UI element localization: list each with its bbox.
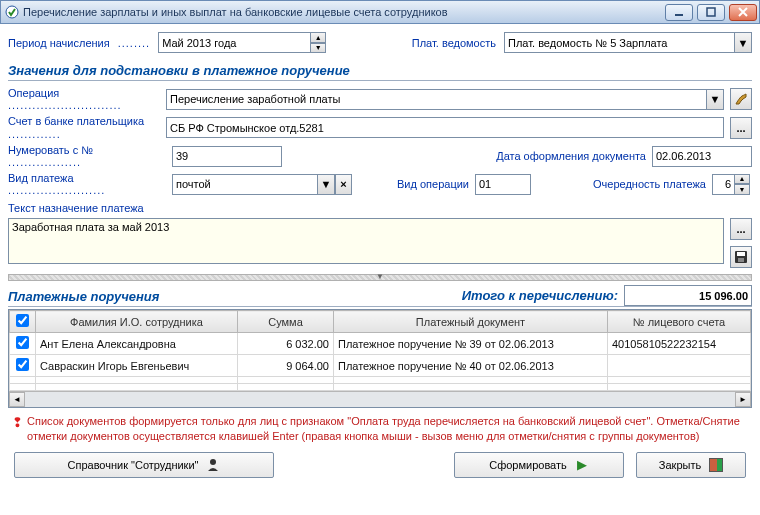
- ledger-label: Плат. ведомость: [412, 37, 496, 49]
- close-button[interactable]: Закрыть: [636, 452, 746, 478]
- cell-doc[interactable]: Платежное поручение № 39 от 02.06.2013: [334, 333, 608, 355]
- cell-fio[interactable]: Ант Елена Александровна: [36, 333, 238, 355]
- memo-pick-button[interactable]: ...: [730, 218, 752, 240]
- period-up-button[interactable]: ▲: [310, 32, 326, 43]
- ledger-combo[interactable]: ▼: [504, 32, 752, 53]
- cell-fio[interactable]: Савраскин Игорь Евгеньевич: [36, 355, 238, 377]
- row-checkbox[interactable]: [16, 358, 29, 371]
- memo-save-button[interactable]: [730, 246, 752, 268]
- payment-kind-dropdown-button[interactable]: ▼: [317, 174, 335, 195]
- table-header-row: Фамилия И.О. сотрудника Сумма Платежный …: [10, 311, 751, 333]
- doc-date-input[interactable]: [652, 146, 752, 167]
- scroll-right-button[interactable]: ►: [735, 392, 751, 407]
- play-icon: ▶: [575, 458, 589, 472]
- col-acct[interactable]: № лицевого счета: [608, 311, 751, 333]
- select-all-checkbox[interactable]: [16, 314, 29, 327]
- clear-x-icon: ×: [340, 178, 346, 190]
- svg-point-6: [210, 459, 216, 465]
- table-row[interactable]: Савраскин Игорь Евгеньевич 9 064.00 Плат…: [10, 355, 751, 377]
- row-checkbox[interactable]: [16, 336, 29, 349]
- operation-config-button[interactable]: [730, 88, 752, 110]
- orders-table: Фамилия И.О. сотрудника Сумма Платежный …: [8, 309, 752, 408]
- app-icon: [5, 5, 19, 19]
- hint-text: Список документов формируется только для…: [27, 414, 748, 444]
- close-window-button[interactable]: [729, 4, 757, 21]
- doc-date-label: Дата оформления документа: [446, 150, 646, 162]
- operation-kind-label: Вид операции: [383, 178, 469, 190]
- cell-sum[interactable]: 9 064.00: [238, 355, 334, 377]
- minimize-button[interactable]: [665, 4, 693, 21]
- payment-kind-clear-button[interactable]: ×: [335, 174, 352, 195]
- maximize-button[interactable]: [697, 4, 725, 21]
- person-icon: [206, 458, 220, 472]
- cell-doc[interactable]: Платежное поручение № 40 от 02.06.2013: [334, 355, 608, 377]
- table-row-empty: [10, 384, 751, 391]
- priority-up-button[interactable]: ▲: [734, 174, 750, 185]
- tool-icon: [734, 92, 748, 106]
- generate-button[interactable]: Сформировать ▶: [454, 452, 624, 478]
- memo-label: Текст назначение платежа: [8, 202, 144, 214]
- col-doc[interactable]: Платежный документ: [334, 311, 608, 333]
- row-checkbox-cell[interactable]: [10, 355, 36, 377]
- priority-label: Очередность платежа: [566, 178, 706, 190]
- period-selector[interactable]: ▲ ▼: [158, 32, 328, 53]
- close-label: Закрыть: [659, 459, 701, 471]
- splitter-handle[interactable]: [8, 274, 752, 281]
- payment-kind-combo[interactable]: ▼: [172, 174, 335, 195]
- save-icon: [734, 250, 748, 264]
- payment-kind-input[interactable]: [172, 174, 317, 195]
- employees-ref-button[interactable]: Справочник "Сотрудники": [14, 452, 274, 478]
- priority-input[interactable]: [712, 174, 734, 195]
- operation-combo[interactable]: ▼: [166, 89, 724, 110]
- ledger-input[interactable]: [504, 32, 734, 53]
- header-checkbox-cell[interactable]: [10, 311, 36, 333]
- number-from-input[interactable]: [172, 146, 282, 167]
- table-row-empty: [10, 377, 751, 384]
- memo-textarea[interactable]: Заработная плата за май 2013: [8, 218, 724, 264]
- bank-account-label: Счет в банке плательщика: [8, 115, 144, 128]
- ellipsis-icon: ...: [736, 122, 745, 134]
- period-down-button[interactable]: ▼: [310, 43, 326, 54]
- hint-panel: ❢ Список документов формируется только д…: [8, 408, 752, 446]
- operation-input[interactable]: [166, 89, 706, 110]
- row-checkbox-cell[interactable]: [10, 333, 36, 355]
- number-from-label: Нумеровать с №: [8, 144, 93, 156]
- warning-icon: ❢: [12, 414, 23, 444]
- priority-down-button[interactable]: ▼: [734, 184, 750, 195]
- cell-sum[interactable]: 6 032.00: [238, 333, 334, 355]
- exit-door-icon: [709, 458, 723, 472]
- table-h-scrollbar[interactable]: ◄ ►: [9, 391, 751, 407]
- operation-kind-input[interactable]: [475, 174, 531, 195]
- total-label: Итого к перечислению:: [462, 288, 618, 303]
- window-title: Перечисление зарплаты и иных выплат на б…: [23, 6, 661, 18]
- section-substitution-header: Значения для подстановки в платежное пор…: [8, 59, 752, 81]
- generate-label: Сформировать: [489, 459, 567, 471]
- scroll-left-button[interactable]: ◄: [9, 392, 25, 407]
- cell-acct[interactable]: [608, 355, 751, 377]
- cell-acct[interactable]: 40105810522232154: [608, 333, 751, 355]
- employees-ref-label: Справочник "Сотрудники": [68, 459, 199, 471]
- total-value: [624, 285, 752, 306]
- dots: ........: [118, 37, 150, 49]
- bank-account-input[interactable]: [166, 117, 724, 138]
- ledger-dropdown-button[interactable]: ▼: [734, 32, 752, 53]
- priority-spinner[interactable]: ▲ ▼: [712, 174, 752, 195]
- scroll-track[interactable]: [25, 392, 735, 407]
- svg-rect-4: [737, 252, 745, 256]
- ellipsis-icon: ...: [736, 223, 745, 235]
- section-orders-header: Платежные поручения: [8, 285, 462, 306]
- bank-account-pick-button[interactable]: ...: [730, 117, 752, 139]
- table-row[interactable]: Ант Елена Александровна 6 032.00 Платежн…: [10, 333, 751, 355]
- operation-dropdown-button[interactable]: ▼: [706, 89, 724, 110]
- svg-rect-1: [675, 14, 683, 16]
- period-input[interactable]: [158, 32, 310, 53]
- svg-rect-5: [738, 258, 744, 262]
- window-titlebar: Перечисление зарплаты и иных выплат на б…: [0, 0, 760, 24]
- col-fio[interactable]: Фамилия И.О. сотрудника: [36, 311, 238, 333]
- period-label: Период начисления: [8, 37, 110, 49]
- payment-kind-label: Вид платежа: [8, 172, 74, 184]
- svg-rect-2: [707, 8, 715, 16]
- operation-label: Операция: [8, 87, 59, 99]
- col-sum[interactable]: Сумма: [238, 311, 334, 333]
